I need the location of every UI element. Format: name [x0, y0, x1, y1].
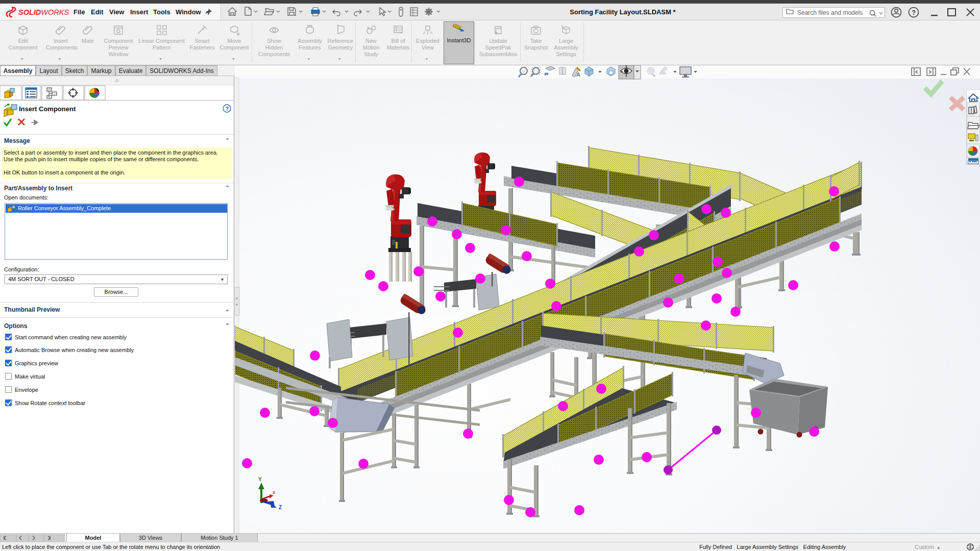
svg-text:?: ?: [226, 106, 229, 112]
svg-text:SOLIDWORKS: SOLIDWORKS: [18, 8, 69, 16]
svg-text:Y: Y: [258, 477, 262, 482]
svg-text:?: ?: [912, 9, 916, 16]
svg-text:x: x: [273, 490, 275, 495]
svg-text:Z: Z: [279, 505, 282, 510]
svg-text:A: A: [576, 71, 580, 78]
